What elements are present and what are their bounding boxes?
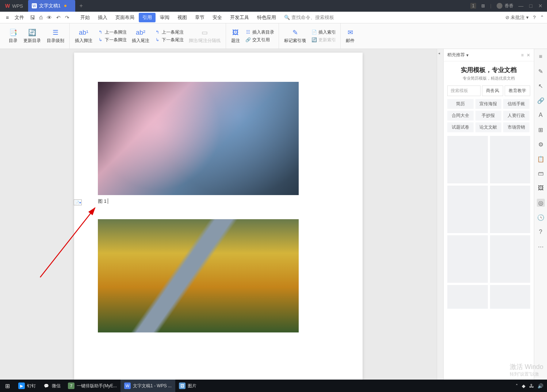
tab-chapter[interactable]: 章节 bbox=[191, 13, 208, 22]
tab-developer[interactable]: 开发工具 bbox=[226, 13, 253, 22]
template-card[interactable] bbox=[490, 235, 531, 283]
template-search-input[interactable]: 搜索模板 bbox=[447, 85, 481, 96]
iconbar-text-icon[interactable]: A bbox=[537, 111, 545, 119]
collapse-panel-icon[interactable]: ◂ bbox=[438, 51, 440, 55]
tab-insert[interactable]: 插入 bbox=[94, 13, 111, 22]
document-viewport[interactable]: 图 1 📄▾ bbox=[0, 49, 437, 380]
iconbar-settings-icon[interactable]: ⚙ bbox=[537, 140, 545, 148]
tab-document[interactable]: W 文字文稿1 bbox=[28, 0, 75, 12]
chip-business[interactable]: 商务风 bbox=[482, 85, 503, 96]
tag-handcopy[interactable]: 手抄报 bbox=[475, 111, 502, 121]
insert-endnote-button[interactable]: ab²插入尾注 bbox=[130, 27, 152, 45]
tag-contract[interactable]: 合同大全 bbox=[447, 111, 474, 121]
cross-reference-button[interactable]: 🔗交叉引用 bbox=[244, 37, 276, 43]
taskbar-item-wps[interactable]: W 文字文稿1 - WPS ... bbox=[121, 380, 175, 392]
chip-education[interactable]: 教育教学 bbox=[505, 85, 530, 96]
iconbar-archive-icon[interactable]: 🗃 bbox=[537, 170, 545, 178]
qat-print-icon[interactable]: ⎙ bbox=[39, 15, 42, 20]
insert-index-button[interactable]: 📄插入索引 bbox=[310, 29, 337, 36]
iconbar-history-icon[interactable]: 🕓 bbox=[537, 213, 545, 221]
tab-wps-home[interactable]: W WPS bbox=[0, 0, 28, 12]
template-card[interactable] bbox=[447, 186, 488, 233]
template-card[interactable] bbox=[447, 285, 488, 309]
taskbar-item-wechat[interactable]: 💬 微信 bbox=[39, 380, 64, 392]
start-button[interactable]: ⊞ bbox=[0, 380, 15, 392]
qat-preview-icon[interactable]: 👁 bbox=[47, 15, 52, 20]
tag-exam[interactable]: 试题试卷 bbox=[447, 122, 474, 132]
tag-marketing[interactable]: 市场营销 bbox=[503, 122, 529, 132]
iconbar-help-icon[interactable]: ? bbox=[537, 228, 545, 236]
file-menu[interactable]: 文件 bbox=[12, 14, 27, 21]
template-card[interactable] bbox=[447, 136, 488, 183]
close-button[interactable]: ✕ bbox=[538, 3, 543, 9]
tab-page-layout[interactable]: 页面布局 bbox=[112, 13, 138, 22]
panel-menu-icon[interactable]: ≡ bbox=[521, 53, 524, 58]
update-toc-button[interactable]: 🔄更新目录 bbox=[21, 27, 43, 45]
hamburger-icon[interactable]: ≡ bbox=[3, 15, 12, 20]
tag-hr[interactable]: 人资行政 bbox=[503, 111, 529, 121]
minimize-button[interactable]: — bbox=[519, 3, 524, 9]
iconbar-edit-icon[interactable]: ✎ bbox=[537, 67, 545, 75]
template-card[interactable] bbox=[490, 186, 531, 233]
template-card[interactable] bbox=[490, 136, 531, 183]
iconbar-template-icon[interactable]: ◎ bbox=[537, 199, 545, 207]
iconbar-image-icon[interactable]: 🖼 bbox=[537, 184, 545, 192]
prev-footnote-button[interactable]: ↰上一条脚注 bbox=[96, 29, 128, 36]
tray-app-icon[interactable]: ◆ bbox=[522, 383, 525, 389]
image-caption[interactable]: 图 1 bbox=[98, 198, 339, 205]
user-menu[interactable]: 香香 bbox=[497, 3, 513, 9]
tag-resume[interactable]: 简历 bbox=[447, 99, 474, 109]
help-button[interactable]: ? bbox=[533, 15, 536, 20]
document-image-2[interactable] bbox=[98, 219, 299, 332]
mail-button[interactable]: ✉邮件 bbox=[344, 27, 357, 45]
caption-button[interactable]: 🖼题注 bbox=[229, 27, 242, 45]
qat-redo-icon[interactable]: ↷ bbox=[65, 15, 69, 20]
next-footnote-button[interactable]: ↳下一条脚注 bbox=[96, 37, 128, 43]
iconbar-link-icon[interactable]: 🔗 bbox=[537, 96, 545, 104]
tray-volume-icon[interactable]: 🔊 bbox=[538, 383, 543, 389]
app-center-icon[interactable]: ⊞ bbox=[481, 3, 485, 8]
note-separator-button[interactable]: ▭脚注/尾注分隔线 bbox=[187, 27, 223, 45]
command-search[interactable]: 🔍 查找命令、搜索模板 bbox=[284, 14, 334, 21]
insert-table-figures-button[interactable]: ☷插入表目录 bbox=[244, 29, 276, 36]
tag-paper[interactable]: 论文文献 bbox=[475, 122, 502, 132]
toc-button[interactable]: 📑目录 bbox=[7, 27, 20, 45]
collapse-ribbon-button[interactable]: ⌃ bbox=[540, 15, 544, 20]
annotate-button[interactable]: ⊘ 未批注 ▾ bbox=[505, 14, 529, 21]
mark-index-button[interactable]: ✎标记索引项 bbox=[282, 27, 308, 45]
dropdown-icon[interactable]: ▾ bbox=[466, 53, 468, 58]
smart-tag-button[interactable]: 📄▾ bbox=[74, 199, 82, 205]
tag-letter[interactable]: 信纸手账 bbox=[503, 99, 529, 109]
notification-badge[interactable]: 1 bbox=[470, 3, 477, 9]
document-image-1[interactable] bbox=[98, 82, 299, 195]
iconbar-table-icon[interactable]: ⊞ bbox=[537, 126, 545, 134]
qat-undo-icon[interactable]: ↶ bbox=[56, 15, 61, 20]
update-index-button[interactable]: 🔄更新索引 bbox=[310, 37, 337, 43]
panel-close-icon[interactable]: ✕ bbox=[527, 53, 530, 58]
next-endnote-button[interactable]: ↳下一条尾注 bbox=[153, 37, 185, 43]
tab-references[interactable]: 引用 bbox=[139, 13, 156, 22]
qat-save-icon[interactable]: 🖫 bbox=[30, 15, 35, 20]
iconbar-collapse-icon[interactable]: ≡ bbox=[537, 53, 545, 61]
template-card[interactable] bbox=[447, 235, 488, 283]
insert-footnote-button[interactable]: ab¹插入脚注 bbox=[73, 27, 95, 45]
tab-home[interactable]: 开始 bbox=[77, 13, 93, 22]
taskbar-item-typeset[interactable]: 7 一键排版助手(MyE... bbox=[64, 380, 121, 392]
toc-level-button[interactable]: ☰目录级别 bbox=[45, 27, 66, 45]
template-card[interactable] bbox=[490, 285, 531, 309]
tag-poster[interactable]: 宣传海报 bbox=[475, 99, 502, 109]
tray-up-icon[interactable]: ˄ bbox=[516, 383, 518, 389]
iconbar-select-icon[interactable]: ↖ bbox=[537, 82, 545, 90]
tray-network-icon[interactable]: 🖧 bbox=[529, 383, 534, 389]
tab-security[interactable]: 安全 bbox=[209, 13, 226, 22]
prev-endnote-button[interactable]: ↰上一条尾注 bbox=[153, 29, 185, 36]
tab-special[interactable]: 特色应用 bbox=[253, 13, 280, 22]
tab-review[interactable]: 审阅 bbox=[156, 13, 173, 22]
taskbar-item-dingtalk[interactable]: ▶ 钉钉 bbox=[15, 380, 39, 392]
tab-view[interactable]: 视图 bbox=[174, 13, 191, 22]
new-tab-button[interactable]: + bbox=[75, 0, 87, 12]
iconbar-more-icon[interactable]: ⋯ bbox=[537, 243, 545, 251]
iconbar-clipboard-icon[interactable]: 📋 bbox=[537, 155, 545, 163]
maximize-button[interactable]: □ bbox=[529, 3, 532, 9]
taskbar-item-pictures[interactable]: 🖼 图片 bbox=[175, 380, 200, 392]
